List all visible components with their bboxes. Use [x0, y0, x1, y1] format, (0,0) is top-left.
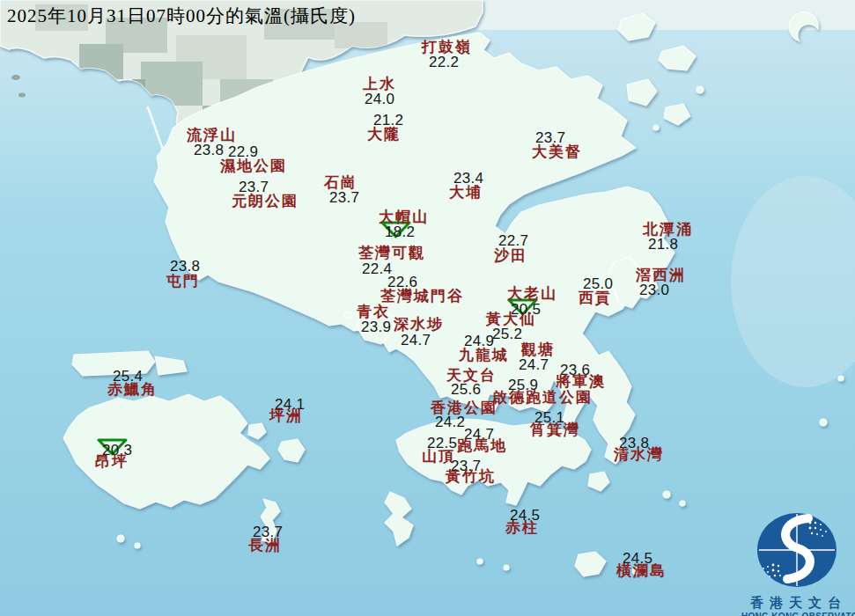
station-temp-1: 24.0: [365, 92, 394, 106]
station-name-32: 黃竹坑: [446, 469, 496, 484]
station-name-22: 觀塘: [521, 342, 555, 357]
station-name-11: 北潭涌: [643, 222, 693, 237]
temperature-map: 2025年10月31日07時00分的氣溫(攝氏度) 22.2打鼓嶺24.0上水2…: [0, 0, 855, 616]
station-name-7: 石崗: [324, 175, 357, 190]
station-name-4: 濕地公園: [220, 158, 287, 173]
hong-kong-basemap: [0, 0, 855, 616]
station-name-10: 沙田: [494, 248, 527, 263]
station-name-25: 啟德跑道公園: [492, 390, 593, 405]
station-temp-0: 22.2: [429, 55, 459, 70]
station-name-8: 大埔: [449, 185, 483, 200]
station-name-20: 黃大仙: [486, 312, 536, 326]
station-temp-11: 21.8: [648, 237, 678, 252]
station-temp-10: 22.7: [498, 233, 528, 248]
station-name-14: 荃灣城門谷: [380, 289, 464, 304]
hko-logo-chinese-name: 香港天文台: [741, 595, 855, 612]
station-temp-20: 25.2: [492, 326, 522, 341]
hko-logo-icon: [741, 510, 855, 590]
station-temp-26: 24.2: [435, 414, 465, 429]
station-temp-7: 23.7: [329, 190, 359, 205]
station-name-12: 荃灣可觀: [358, 246, 425, 260]
station-name-6: 元朗公園: [232, 194, 299, 209]
page-title: 2025年10月31日07時00分的氣溫(攝氏度): [7, 4, 356, 28]
station-name-23: 將軍澳: [556, 374, 606, 389]
station-temp-9: 18.2: [385, 224, 415, 239]
station-name-15: 西貢: [579, 290, 612, 305]
station-name-0: 打鼓嶺: [422, 40, 472, 55]
station-temp-19: 24.7: [401, 333, 431, 348]
hko-logo: 香港天文台 HONG KONG OBSERVATORY: [741, 510, 855, 616]
hko-logo-english-name: HONG KONG OBSERVATORY: [741, 612, 855, 616]
station-name-29: 坪洲: [269, 408, 303, 423]
station-temp-3: 23.8: [194, 143, 224, 158]
station-name-21: 九龍城: [459, 348, 509, 363]
station-name-28: 赤鱲角: [107, 382, 158, 397]
station-name-37: 橫瀾島: [616, 563, 667, 578]
station-name-35: 長洲: [248, 538, 282, 553]
station-name-5: 大美督: [532, 144, 582, 159]
station-name-27: 筲箕灣: [530, 422, 580, 437]
station-name-3: 流浮山: [187, 128, 237, 143]
station-name-24: 天文台: [446, 368, 497, 383]
station-temp-18: 23.9: [361, 319, 391, 334]
station-name-16: 滘西洲: [636, 268, 686, 282]
station-temp-22: 24.7: [519, 357, 549, 372]
station-name-36: 赤柱: [505, 520, 539, 535]
station-temp-16: 23.0: [639, 282, 669, 297]
station-name-34: 昂坪: [95, 454, 129, 469]
station-name-17: 大老山: [507, 286, 557, 301]
station-name-19: 深水埗: [394, 317, 444, 332]
station-name-33: 清水灣: [614, 447, 664, 462]
station-name-18: 青衣: [357, 304, 390, 319]
station-temp-24: 25.6: [451, 382, 481, 397]
station-name-31: 跑馬地: [457, 438, 507, 453]
station-name-26: 香港公園: [431, 400, 498, 415]
station-name-2: 大隴: [367, 127, 401, 142]
station-name-13: 屯門: [166, 274, 200, 289]
station-temp-13: 23.8: [170, 259, 200, 274]
station-name-9: 大帽山: [379, 209, 429, 224]
station-name-1: 上水: [363, 77, 396, 92]
